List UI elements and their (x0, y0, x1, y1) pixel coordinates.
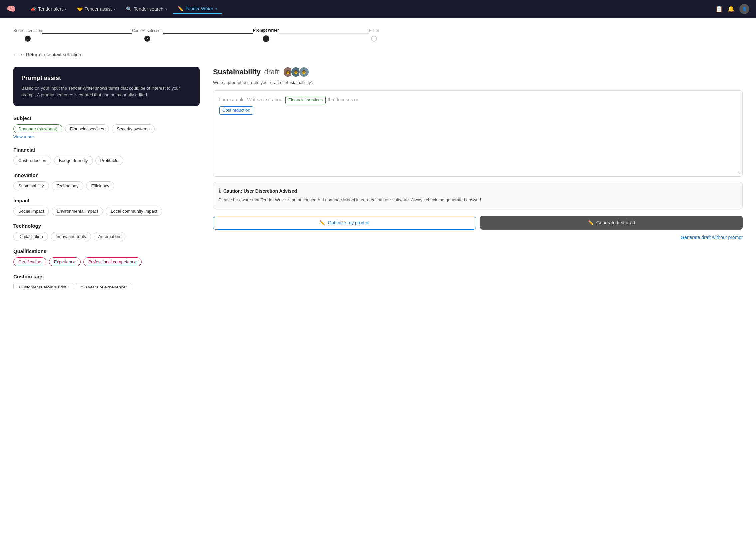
caution-header: ℹ Caution: User Discretion Advised (219, 188, 737, 194)
generate-without-prompt-link[interactable]: Generate draft without prompt (681, 235, 743, 240)
step-label-active: Prompt writer (253, 28, 279, 33)
custom-tag-2[interactable]: "30 years of experience" (76, 283, 131, 288)
optimize-label: Optimize my prompt (328, 220, 369, 225)
tags-scroll-area[interactable]: Subject Dunnage (stuwhout) Financial ser… (13, 115, 200, 288)
right-panel: Sustainability draft 👩 👨 👨 Write a promp… (213, 67, 743, 240)
view-more-link[interactable]: View more (13, 134, 34, 139)
draft-label: draft (264, 68, 279, 76)
tag-environmental-impact[interactable]: Environmental impact (52, 207, 103, 216)
page-content: Section creation ✓ Context selection ✓ P… (0, 18, 756, 538)
nav-item-tender-search[interactable]: 🔍 Tender search ▾ (121, 4, 172, 14)
tag-digitalisation[interactable]: Digitalisation (13, 232, 48, 241)
tag-section-custom: Custom tags "Customer is always right!" … (13, 274, 196, 288)
tag-profitable[interactable]: Profitable (95, 156, 124, 165)
tag-social-impact[interactable]: Social impact (13, 207, 49, 216)
nav-item-tender-assist[interactable]: 🤝 Tender assist ▾ (72, 4, 120, 14)
financial-tags-row: Cost reduction Budget friendly Profitabl… (13, 156, 196, 165)
technology-section-title: Technology (13, 223, 196, 229)
impact-tags-row: Social impact Environmental impact Local… (13, 207, 196, 216)
tag-certification[interactable]: Certification (13, 257, 46, 266)
custom-tag-1[interactable]: "Customer is always right!" (13, 283, 73, 288)
progress-steps: Section creation ✓ Context selection ✓ P… (13, 28, 379, 42)
left-panel: Prompt assist Based on your input the Te… (13, 67, 200, 288)
tag-section-qualifications: Qualifications Certification Experience … (13, 248, 196, 266)
back-link[interactable]: ← ← Return to context selection (13, 52, 743, 57)
step-label: Section creation (13, 28, 42, 33)
tag-sustainability[interactable]: Sustainability (13, 181, 49, 190)
step-editor: Editor (369, 28, 379, 42)
subject-tags-row: Dunnage (stuwhout) Financial services Se… (13, 124, 196, 133)
clipboard-icon[interactable]: 📋 (715, 5, 723, 13)
nav-item-tender-alert[interactable]: 📣 Tender alert ▾ (26, 4, 71, 14)
tag-section-subject: Subject Dunnage (stuwhout) Financial ser… (13, 115, 196, 140)
draft-header: Sustainability draft 👩 👨 👨 (213, 67, 743, 77)
tag-security-systems[interactable]: Security systems (112, 124, 154, 133)
caution-box: ℹ Caution: User Discretion Advised Pleas… (213, 182, 743, 209)
pen-icon: ✏️ (178, 6, 183, 11)
subject-section-title: Subject (13, 115, 196, 121)
technology-tags-row: Digitalisation Innovation tools Automati… (13, 232, 196, 241)
chevron-down-icon: ▾ (165, 7, 167, 11)
tag-section-technology: Technology Digitalisation Innovation too… (13, 223, 196, 241)
avatar[interactable]: 👤 (739, 4, 749, 14)
tag-professional-competence[interactable]: Professional competence (83, 257, 142, 266)
resize-handle-icon[interactable]: ⤡ (737, 170, 741, 175)
placeholder-prefix: For example: Write a text about (219, 97, 284, 102)
custom-tags-title: Custom tags (13, 274, 196, 279)
notification-bell-icon[interactable]: 🔔 (727, 5, 735, 13)
step-dot-done: ✓ (25, 36, 31, 42)
tag-efficiency[interactable]: Efficiency (86, 181, 114, 190)
tag-technology[interactable]: Technology (52, 181, 84, 190)
tag-automation[interactable]: Automation (94, 232, 125, 241)
tag-section-financial: Financial Cost reduction Budget friendly… (13, 147, 196, 165)
prompt-assist-description: Based on your input the Tender Writer sh… (21, 85, 192, 98)
generate-label: Generate first draft (596, 220, 635, 225)
nav-label: Tender alert (38, 6, 63, 12)
prompt-assist-box: Prompt assist Based on your input the Te… (13, 67, 200, 106)
step-line-2 (163, 33, 253, 34)
action-buttons-row: ✏️ Optimize my prompt ✏️ Generate first … (213, 216, 743, 230)
custom-tags-row: "Customer is always right!" "30 years of… (13, 283, 196, 288)
qualifications-section-title: Qualifications (13, 248, 196, 254)
tag-dunnage[interactable]: Dunnage (stuwhout) (13, 124, 62, 133)
chevron-down-icon: ▾ (215, 7, 217, 11)
arrow-left-icon: ← (13, 52, 18, 57)
step-section-creation: Section creation ✓ (13, 28, 42, 42)
draft-subtitle: Write a prompt to create your draft of '… (213, 80, 743, 85)
step-label: Context selection (132, 28, 163, 33)
prompt-tag-financial[interactable]: Financial services (285, 96, 326, 104)
navigation: 🧠 📣 Tender alert ▾ 🤝 Tender assist ▾ 🔍 T… (0, 0, 756, 18)
tag-budget-friendly[interactable]: Budget friendly (54, 156, 93, 165)
tag-financial-services[interactable]: Financial services (65, 124, 109, 133)
logo-icon[interactable]: 🧠 (7, 5, 16, 13)
step-dot-current (263, 35, 269, 42)
optimize-icon: ✏️ (319, 220, 325, 225)
nav-label: Tender search (134, 6, 163, 12)
chevron-down-icon: ▾ (114, 7, 115, 11)
draft-avatars: 👩 👨 👨 (283, 67, 309, 77)
prompt-textarea-area[interactable]: For example: Write a text about Financia… (213, 90, 743, 177)
optimize-prompt-button[interactable]: ✏️ Optimize my prompt (213, 216, 476, 230)
megaphone-icon: 📣 (30, 6, 36, 12)
tag-experience[interactable]: Experience (49, 257, 81, 266)
chevron-down-icon: ▾ (65, 7, 66, 11)
nav-items: 📣 Tender alert ▾ 🤝 Tender assist ▾ 🔍 Ten… (26, 4, 715, 14)
main-layout: Prompt assist Based on your input the Te… (13, 67, 743, 288)
search-icon: 🔍 (126, 6, 132, 12)
draft-title: Sustainability (213, 68, 261, 76)
prompt-placeholder: For example: Write a text about Financia… (219, 96, 737, 115)
innovation-section-title: Innovation (13, 172, 196, 178)
nav-item-tender-writer[interactable]: ✏️ Tender Writer ▾ (173, 4, 222, 14)
step-label-pending: Editor (369, 28, 379, 33)
step-dot-pending (371, 36, 377, 42)
tag-local-community-impact[interactable]: Local community impact (106, 207, 162, 216)
placeholder-mid: that focuses on (328, 97, 359, 102)
impact-section-title: Impact (13, 198, 196, 203)
prompt-tag-cost-reduction[interactable]: Cost reduction (219, 106, 253, 115)
generate-draft-button[interactable]: ✏️ Generate first draft (480, 216, 743, 230)
financial-section-title: Financial (13, 147, 196, 153)
info-circle-icon: ℹ (219, 188, 221, 194)
tag-innovation-tools[interactable]: Innovation tools (51, 232, 91, 241)
tag-section-innovation: Innovation Sustainability Technology Eff… (13, 172, 196, 190)
tag-cost-reduction[interactable]: Cost reduction (13, 156, 51, 165)
